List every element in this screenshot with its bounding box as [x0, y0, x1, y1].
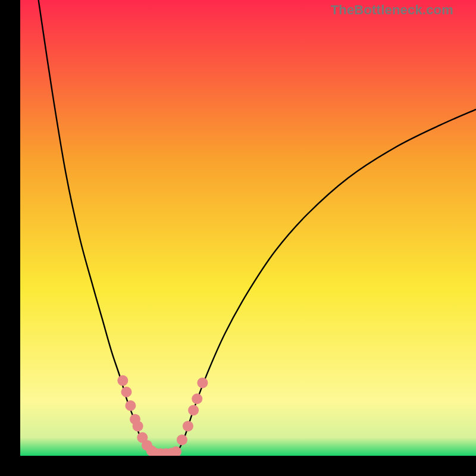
data-dot [177, 434, 187, 445]
data-dot [117, 375, 128, 386]
data-dot [183, 421, 193, 431]
plot-frame [20, 0, 476, 456]
gradient-background [20, 0, 476, 456]
data-dot [125, 400, 136, 411]
data-dot [121, 387, 131, 397]
plot-svg [20, 0, 476, 456]
data-dot [188, 405, 199, 415]
data-dot [192, 393, 202, 404]
data-dot [133, 421, 143, 431]
watermark-text: TheBottleneck.com [331, 2, 453, 18]
data-dot [197, 377, 208, 388]
